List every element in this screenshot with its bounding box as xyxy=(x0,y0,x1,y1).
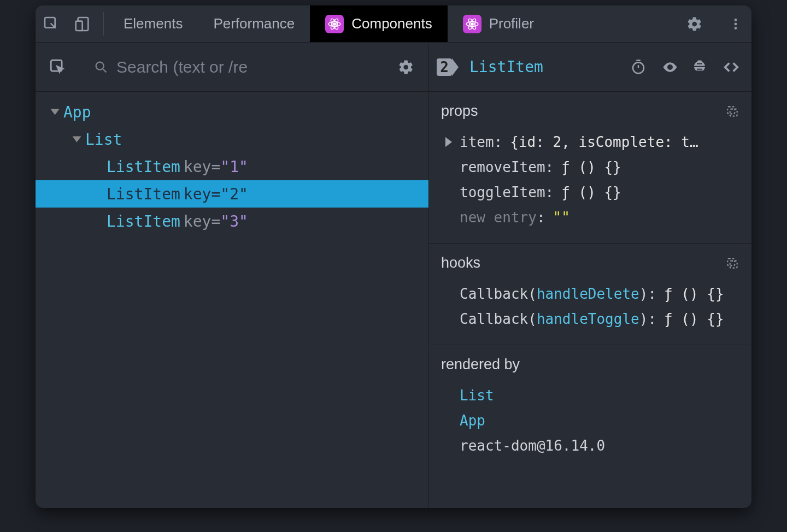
prop-key: removeItem xyxy=(460,159,545,175)
svg-point-15 xyxy=(96,62,104,69)
tab-label: Profiler xyxy=(489,15,534,32)
inspect-element-icon[interactable] xyxy=(36,5,67,42)
hook-name: Callback xyxy=(460,286,528,302)
hook-arg: handleToggle xyxy=(537,311,639,327)
hooks-section: hooks Callback(handleDelete):ƒ () {}Call… xyxy=(429,244,751,345)
svg-point-7 xyxy=(471,22,473,25)
rendered-by-label: List xyxy=(460,387,494,404)
prop-row[interactable]: removeItem:ƒ () {} xyxy=(441,155,739,180)
component-tree-panel: AppListListItem key="1"ListItem key="2"L… xyxy=(36,43,429,508)
component-name: ListItem xyxy=(107,212,180,230)
prop-value: {id: 2, isComplete: t… xyxy=(510,134,698,150)
device-toolbar-icon[interactable] xyxy=(67,5,99,42)
tree-row[interactable]: App xyxy=(36,98,428,126)
search-box[interactable] xyxy=(89,58,375,76)
expand-icon[interactable] xyxy=(51,109,60,115)
search-input[interactable] xyxy=(116,58,375,76)
rendered-by-row[interactable]: App xyxy=(441,408,739,433)
rendered-by-row: react-dom@16.14.0 xyxy=(441,433,739,458)
main-split: AppListListItem key="1"ListItem key="2"L… xyxy=(36,43,751,508)
component-name: App xyxy=(63,103,91,121)
key-label: key= xyxy=(184,185,220,203)
selected-component-name: ListItem xyxy=(469,58,543,76)
rendered-by-label: App xyxy=(460,412,485,429)
view-source-icon[interactable] xyxy=(722,59,744,75)
svg-point-12 xyxy=(735,22,737,25)
key-value: "2" xyxy=(220,185,248,203)
svg-point-3 xyxy=(333,22,336,25)
inspector-header: 2 ListItem xyxy=(429,43,751,92)
hook-value: ƒ () {} xyxy=(664,311,724,327)
hook-value: ƒ () {} xyxy=(664,286,724,302)
props-section: props item:{id: 2, isComplete: t…removeI… xyxy=(429,92,751,244)
tab-elements[interactable]: Elements xyxy=(108,5,198,42)
prop-key: item xyxy=(460,134,494,150)
inspect-dom-icon[interactable] xyxy=(661,59,683,75)
svg-point-13 xyxy=(735,27,737,29)
tab-components[interactable]: Components xyxy=(310,5,447,42)
svg-rect-2 xyxy=(76,21,83,30)
tab-label: Performance xyxy=(213,15,295,32)
more-menu-icon[interactable] xyxy=(720,17,751,31)
copy-icon[interactable] xyxy=(725,104,739,119)
tree-row[interactable]: ListItem key="2" xyxy=(36,180,428,208)
prop-value: ƒ () {} xyxy=(561,159,621,175)
prop-key: toggleItem xyxy=(460,184,545,200)
rendered-by-section: rendered by ListAppreact-dom@16.14.0 xyxy=(429,345,751,471)
component-name: ListItem xyxy=(107,185,180,203)
svg-point-11 xyxy=(735,19,737,21)
new-prop-entry[interactable]: new entry: "" xyxy=(441,205,739,230)
component-name: ListItem xyxy=(107,158,180,176)
log-to-console-icon[interactable] xyxy=(691,59,713,75)
component-tree[interactable]: AppListListItem key="1"ListItem key="2"L… xyxy=(36,92,428,508)
tab-label: Elements xyxy=(124,15,183,32)
divider xyxy=(103,12,104,36)
key-value: "3" xyxy=(220,212,248,230)
select-element-icon[interactable] xyxy=(44,54,72,81)
prop-value: ƒ () {} xyxy=(561,184,621,200)
hook-row[interactable]: Callback(handleDelete):ƒ () {} xyxy=(441,281,739,306)
prop-row[interactable]: item:{id: 2, isComplete: t… xyxy=(441,129,739,155)
section-title: props xyxy=(441,103,478,120)
settings-icon[interactable] xyxy=(679,16,710,32)
key-badge: 2 xyxy=(437,58,452,76)
prop-row[interactable]: toggleItem:ƒ () {} xyxy=(441,180,739,205)
svg-rect-18 xyxy=(730,109,737,116)
section-title: rendered by xyxy=(441,356,520,373)
suspend-icon[interactable] xyxy=(630,59,652,75)
expand-icon[interactable] xyxy=(445,137,452,147)
tab-profiler[interactable]: Profiler xyxy=(448,5,549,42)
tree-row[interactable]: List xyxy=(36,126,428,153)
hook-name: Callback xyxy=(460,311,528,327)
devtools-window: Elements Performance Components Profiler xyxy=(36,5,751,508)
tab-performance[interactable]: Performance xyxy=(198,5,310,42)
svg-rect-19 xyxy=(727,107,735,114)
expand-icon[interactable] xyxy=(73,137,81,143)
hook-row[interactable]: Callback(handleToggle):ƒ () {} xyxy=(441,306,739,332)
component-name: List xyxy=(85,131,122,149)
search-icon xyxy=(93,60,109,75)
rendered-by-label: react-dom@16.14.0 xyxy=(460,438,605,454)
react-icon xyxy=(463,15,481,33)
hook-arg: handleDelete xyxy=(537,286,639,302)
tree-settings-icon[interactable] xyxy=(392,54,420,81)
tab-label: Components xyxy=(351,15,432,32)
react-icon xyxy=(325,15,344,33)
key-label: key= xyxy=(184,158,220,176)
tree-row[interactable]: ListItem key="3" xyxy=(36,208,428,235)
tree-row[interactable]: ListItem key="1" xyxy=(36,153,428,180)
inspector-panel: 2 ListItem props item:{id: 2, isComplete… xyxy=(429,43,751,508)
copy-icon[interactable] xyxy=(725,256,739,270)
svg-rect-20 xyxy=(730,261,737,268)
svg-rect-17 xyxy=(697,60,702,62)
key-label: key= xyxy=(184,212,220,230)
rendered-by-row[interactable]: List xyxy=(441,383,739,408)
svg-rect-21 xyxy=(727,258,735,265)
devtools-tabstrip: Elements Performance Components Profiler xyxy=(36,5,751,43)
section-title: hooks xyxy=(441,255,480,271)
tree-toolbar xyxy=(36,43,428,92)
key-value: "1" xyxy=(220,158,248,176)
